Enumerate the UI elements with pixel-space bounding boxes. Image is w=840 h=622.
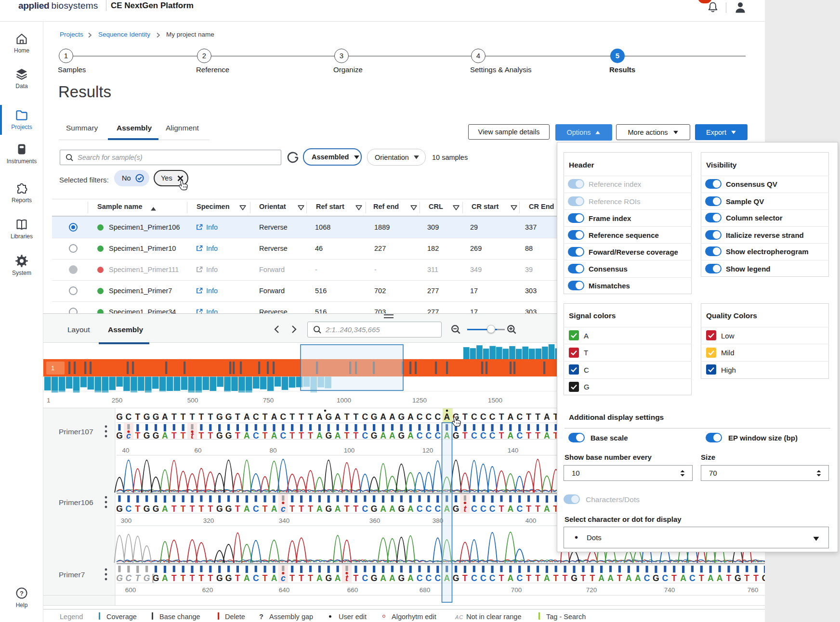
- svg-text:60: 60: [194, 447, 201, 454]
- svg-text:G: G: [398, 504, 405, 514]
- svg-text:C: C: [426, 504, 432, 514]
- svg-text:C: C: [417, 573, 423, 583]
- svg-text:G: G: [453, 504, 459, 514]
- svg-text:T: T: [181, 504, 186, 514]
- svg-text:120: 120: [422, 447, 433, 454]
- svg-text:300: 300: [121, 517, 132, 524]
- svg-text:C: C: [471, 504, 477, 514]
- svg-text:T: T: [135, 573, 141, 583]
- svg-text:1: 1: [47, 397, 51, 404]
- svg-text:G: G: [762, 573, 765, 583]
- svg-text:A: A: [162, 412, 168, 422]
- svg-text:600: 600: [125, 586, 136, 594]
- svg-text:T: T: [526, 573, 531, 583]
- svg-text:T: T: [235, 412, 240, 422]
- svg-text:G: G: [371, 504, 378, 514]
- svg-text:T: T: [354, 504, 359, 514]
- svg-text:620: 620: [202, 586, 213, 594]
- svg-text:G: G: [398, 573, 405, 583]
- svg-text:C: C: [644, 573, 650, 583]
- svg-text:A: A: [271, 573, 277, 583]
- svg-text:T: T: [617, 573, 622, 583]
- svg-text:G: G: [116, 573, 123, 583]
- svg-text:G: G: [325, 504, 332, 514]
- svg-text:[: [: [152, 572, 155, 583]
- svg-text:C: C: [434, 412, 441, 422]
- svg-text:A: A: [544, 573, 550, 583]
- svg-text:G: G: [225, 573, 232, 583]
- svg-text:740: 740: [664, 586, 675, 594]
- svg-text:Primer107: Primer107: [59, 428, 93, 436]
- svg-text:C: C: [480, 412, 486, 422]
- svg-text:80: 80: [269, 447, 276, 454]
- svg-text:T: T: [190, 412, 195, 422]
- svg-text:C: C: [471, 573, 477, 583]
- svg-text:T: T: [135, 412, 140, 422]
- svg-text:G: G: [225, 504, 232, 514]
- svg-text:T: T: [289, 504, 295, 514]
- svg-text:C: C: [516, 504, 523, 514]
- svg-text:c: c: [281, 573, 286, 583]
- svg-text:360: 360: [369, 517, 381, 524]
- svg-text:G: G: [144, 573, 150, 583]
- svg-text:A: A: [389, 412, 395, 422]
- svg-text:T: T: [499, 412, 504, 422]
- svg-text:C: C: [362, 504, 368, 514]
- svg-text:400: 400: [525, 517, 537, 524]
- svg-text:C: C: [489, 573, 496, 583]
- svg-text:A: A: [389, 573, 395, 583]
- svg-text:A: A: [544, 412, 550, 422]
- svg-text:G: G: [325, 573, 332, 583]
- svg-text:A: A: [162, 573, 168, 583]
- svg-text:Primer7: Primer7: [59, 570, 85, 579]
- svg-text:T: T: [535, 573, 540, 583]
- svg-text:T: T: [299, 504, 304, 514]
- svg-text:c: c: [281, 504, 286, 514]
- svg-text:A: A: [380, 412, 386, 422]
- svg-text:C: C: [434, 504, 441, 514]
- svg-text:?: ?: [20, 590, 24, 597]
- svg-text:T: T: [262, 573, 268, 583]
- svg-text:C: C: [426, 573, 432, 583]
- svg-text:T: T: [535, 412, 540, 422]
- svg-text:A: A: [544, 504, 550, 514]
- svg-text:G: G: [453, 573, 459, 583]
- svg-text:100: 100: [344, 447, 355, 454]
- svg-text:T: T: [199, 412, 204, 422]
- svg-text:A: A: [708, 573, 714, 583]
- svg-text:A: A: [244, 504, 250, 514]
- svg-text:750: 750: [263, 397, 274, 404]
- svg-text:A: A: [507, 504, 513, 514]
- svg-text:G: G: [144, 504, 150, 514]
- svg-text:T: T: [744, 573, 749, 583]
- svg-text:A: A: [444, 412, 450, 422]
- svg-text:T: T: [526, 504, 531, 514]
- svg-text:A: A: [335, 573, 341, 583]
- svg-text:A: A: [316, 573, 323, 583]
- svg-text:A: A: [635, 573, 641, 583]
- svg-text:T: T: [462, 573, 468, 583]
- svg-text:A: A: [335, 504, 341, 514]
- svg-text:A: A: [316, 504, 323, 514]
- svg-text:720: 720: [586, 586, 597, 594]
- svg-text:T: T: [199, 504, 204, 514]
- svg-text:T: T: [462, 412, 468, 422]
- svg-text:640: 640: [279, 586, 290, 594]
- svg-text:T: T: [526, 412, 531, 422]
- svg-text:C: C: [280, 412, 286, 422]
- svg-text:T: T: [208, 412, 213, 422]
- svg-text:1500: 1500: [488, 397, 502, 404]
- svg-text:A: A: [380, 504, 386, 514]
- svg-text:680: 680: [420, 586, 431, 594]
- svg-text:A: A: [407, 573, 414, 583]
- svg-text:T: T: [354, 412, 359, 422]
- svg-text:T: T: [699, 573, 704, 583]
- svg-text:A: A: [607, 573, 614, 583]
- svg-text:T: T: [344, 504, 350, 514]
- svg-text:A: A: [335, 412, 341, 422]
- svg-text:T: T: [308, 573, 313, 583]
- svg-text:Primer106: Primer106: [59, 498, 93, 506]
- svg-text:T: T: [499, 504, 504, 514]
- svg-text:T: T: [563, 573, 568, 583]
- svg-text:G: G: [216, 573, 223, 583]
